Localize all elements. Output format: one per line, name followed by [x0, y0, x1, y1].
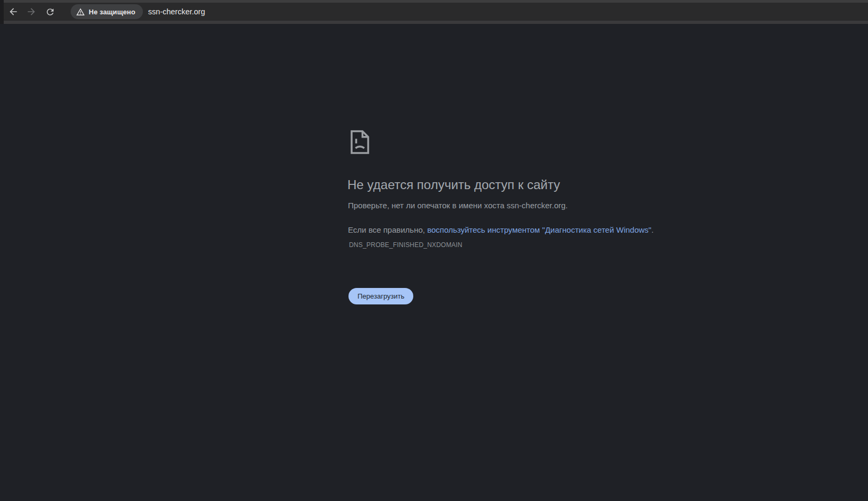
page-reload-button[interactable]: Перезагрузить [348, 288, 413, 304]
browser-window: Не защищено ssn-chercker.org Не удается … [0, 0, 868, 501]
browser-toolbar: Не защищено ssn-chercker.org [0, 3, 868, 21]
error-title: Не удается получить доступ к сайту [347, 177, 560, 193]
reload-icon [45, 7, 55, 17]
back-button[interactable] [4, 3, 22, 21]
address-bar-url[interactable]: ssn-chercker.org [148, 7, 205, 16]
error-message-line2: Если все правильно, воспользуйтесь инстр… [348, 225, 653, 235]
error-message-line2-suffix: . [651, 225, 653, 234]
warning-triangle-icon [76, 7, 85, 16]
back-arrow-icon [8, 6, 19, 17]
error-code: DNS_PROBE_FINISHED_NXDOMAIN [349, 241, 462, 249]
forward-button[interactable] [22, 3, 40, 21]
diagnostics-link[interactable]: воспользуйтесь инструментом "Диагностика… [427, 225, 651, 234]
security-badge-label: Не защищено [89, 8, 135, 16]
sad-file-icon [350, 130, 370, 157]
window-left-edge [0, 0, 4, 24]
forward-arrow-icon [26, 6, 37, 17]
error-message-line2-prefix: Если все правильно, [348, 225, 427, 234]
error-message-line1: Проверьте, нет ли опечаток в имени хоста… [348, 200, 568, 211]
reload-button[interactable] [41, 3, 59, 21]
error-page: Не удается получить доступ к сайту Прове… [0, 24, 868, 501]
security-badge[interactable]: Не защищено [71, 4, 143, 19]
